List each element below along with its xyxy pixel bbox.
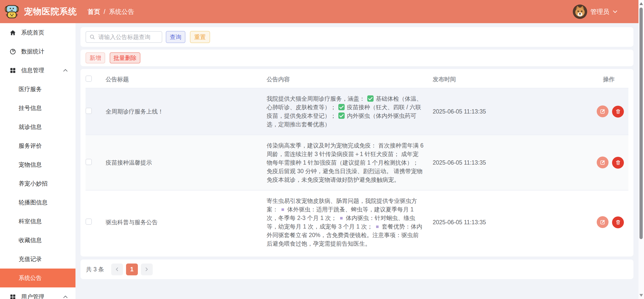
edit-button[interactable] [597, 216, 609, 228]
row-checkbox[interactable] [86, 108, 92, 114]
announcement-table-card: 公告标题 公告内容 发布时间 操作 全周期诊疗服务上线！我院提供犬猫全周期诊疗服… [80, 69, 633, 256]
sidebar-item-label: 科室信息 [19, 217, 42, 225]
table-header-row: 公告标题 公告内容 发布时间 操作 [86, 70, 628, 88]
scroll-up-arrow[interactable] [639, 2, 643, 5]
table-row: 全周期诊疗服务上线！我院提供犬猫全周期诊疗服务，涵盖：基础体检（体温、心肺听诊、… [86, 88, 628, 135]
row-checkbox[interactable] [86, 218, 92, 225]
bullet-icon [281, 208, 284, 211]
sidebar-item[interactable]: 用户管理 [0, 287, 75, 299]
edit-button[interactable] [597, 105, 609, 117]
sidebar-item[interactable]: 宠物信息 [0, 155, 75, 174]
search-icon [89, 34, 98, 40]
sidebar-item[interactable]: 数据统计 [0, 42, 75, 61]
check-icon [338, 104, 345, 110]
toolbar: 新增 批量删除 [80, 50, 633, 66]
chevron-up-icon [63, 295, 68, 299]
sidebar-item-label: 轮播图信息 [19, 199, 48, 206]
content-text: 我院提供犬猫全周期诊疗服务，涵盖： [267, 95, 365, 102]
content-text: 传染病高发季，建议及时为宠物完成免疫： 首次接种需年满 6 周龄，需连续注射 3… [267, 142, 424, 183]
delete-button[interactable] [612, 157, 624, 169]
column-header-date: 发布时间 [433, 70, 528, 88]
sidebar-item-label: 挂号信息 [19, 104, 42, 112]
avatar [573, 5, 587, 19]
column-header-title: 公告标题 [106, 70, 267, 88]
user-name: 管理员 [590, 8, 609, 16]
app-title: 宠物医院系统 [24, 6, 77, 17]
pie-chart-icon [10, 48, 16, 55]
sidebar-item-label: 就诊信息 [19, 123, 42, 131]
chevron-up-icon [63, 69, 68, 72]
search-panel: 查询 重置 [80, 27, 633, 47]
sidebar-item-label: 养宠小妙招 [19, 180, 48, 188]
query-button[interactable]: 查询 [166, 31, 185, 43]
bullet-icon [376, 226, 379, 228]
breadcrumb-separator: / [104, 8, 105, 15]
pagination: 共 3 条 1 [80, 259, 633, 279]
column-header-actions: 操作 [528, 70, 628, 88]
announcement-content: 传染病高发季，建议及时为宠物完成免疫： 首次接种需年满 6 周龄，需连续注射 3… [267, 135, 433, 190]
sidebar-item[interactable]: 充值记录 [0, 250, 75, 269]
sidebar-item[interactable]: 就诊信息 [0, 118, 75, 136]
sidebar: 系统首页数据统计信息管理医疗服务挂号信息就诊信息服务评价宠物信息养宠小妙招轮播图… [0, 23, 75, 299]
prev-page-button[interactable] [111, 264, 123, 275]
delete-button[interactable] [612, 216, 624, 228]
trash-icon [615, 109, 621, 114]
edit-icon [600, 219, 606, 225]
home-icon [10, 29, 16, 36]
select-all-checkbox[interactable] [86, 76, 92, 82]
table-row: 疫苗接种温馨提示传染病高发季，建议及时为宠物完成免疫： 首次接种需年满 6 周龄… [86, 135, 628, 190]
app-logo-icon [4, 4, 20, 19]
column-header-content: 公告内容 [267, 70, 433, 88]
sidebar-item[interactable]: 系统公告 [0, 269, 75, 287]
sidebar-item-label: 系统公告 [19, 274, 42, 282]
sidebar-item-label: 用户管理 [21, 293, 44, 299]
breadcrumb-home-link[interactable]: 首页 [88, 8, 100, 16]
trash-icon [615, 160, 621, 165]
page-number-button[interactable]: 1 [126, 264, 138, 275]
scroll-down-arrow[interactable] [639, 294, 643, 297]
sidebar-item[interactable]: 科室信息 [0, 212, 75, 231]
add-button[interactable]: 新增 [86, 52, 105, 63]
sidebar-item-label: 服务评价 [19, 142, 42, 150]
publish-date: 2025-06-05 11:13:35 [433, 88, 528, 135]
vertical-scrollbar [638, 0, 644, 299]
announcement-title: 驱虫科普与服务公告 [106, 190, 267, 254]
delete-button[interactable] [612, 106, 624, 118]
row-checkbox[interactable] [86, 159, 92, 165]
sidebar-item[interactable]: 养宠小妙招 [0, 174, 75, 193]
sidebar-item-label: 医疗服务 [19, 85, 42, 93]
sidebar-item[interactable]: 系统首页 [0, 23, 75, 42]
grid-icon [10, 294, 16, 299]
search-input-wrap [86, 31, 162, 43]
sidebar-item-label: 数据统计 [21, 48, 44, 55]
sidebar-item[interactable]: 挂号信息 [0, 99, 75, 118]
sidebar-item-label: 收藏信息 [19, 236, 42, 244]
reset-button[interactable]: 重置 [190, 31, 210, 43]
breadcrumb-current: 系统公告 [109, 8, 134, 16]
main-content: 查询 重置 新增 批量删除 公告标题 公告内容 发布时间 操作 全周期诊疗服务上… [75, 23, 638, 279]
sidebar-item[interactable]: 收藏信息 [0, 231, 75, 250]
top-header: 宠物医院系统 首页 / 系统公告 管理员 [0, 0, 644, 23]
sidebar-item[interactable]: 医疗服务 [0, 80, 75, 99]
user-menu[interactable]: 管理员 [573, 0, 618, 23]
breadcrumb: 首页 / 系统公告 [88, 8, 134, 16]
trash-icon [615, 219, 621, 225]
chevron-down-icon [613, 10, 618, 13]
scrollbar-thumb[interactable] [639, 8, 643, 239]
total-count-label: 共 3 条 [86, 266, 104, 273]
search-input[interactable] [98, 33, 158, 41]
next-page-button[interactable] [141, 264, 153, 275]
sidebar-item[interactable]: 服务评价 [0, 136, 75, 155]
sidebar-item[interactable]: 轮播图信息 [0, 193, 75, 212]
announcement-title: 全周期诊疗服务上线！ [106, 88, 267, 135]
announcement-title: 疫苗接种温馨提示 [106, 135, 267, 190]
announcement-table: 公告标题 公告内容 发布时间 操作 全周期诊疗服务上线！我院提供犬猫全周期诊疗服… [86, 70, 628, 254]
edit-icon [600, 160, 606, 165]
batch-delete-button[interactable]: 批量删除 [110, 52, 140, 63]
publish-date: 2025-06-05 11:13:35 [433, 190, 528, 254]
sidebar-item[interactable]: 信息管理 [0, 61, 75, 80]
bullet-icon [340, 217, 343, 219]
sidebar-item-label: 系统首页 [21, 29, 44, 36]
edit-button[interactable] [597, 157, 609, 168]
table-row: 驱虫科普与服务公告寄生虫易引发宠物皮肤病、肠胃问题，我院提供专业驱虫方案：体外驱… [86, 190, 628, 254]
